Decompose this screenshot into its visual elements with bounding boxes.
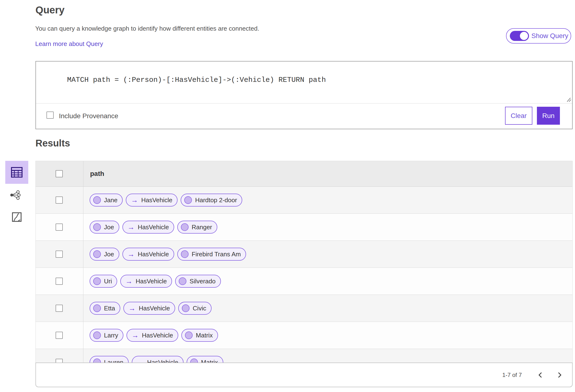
learn-more-link[interactable]: Learn more about Query <box>35 40 103 48</box>
relationship-pill: →HasVehicle <box>126 194 178 207</box>
relationship-pill: →HasVehicle <box>123 302 175 315</box>
entity-pill: Firebird Trans Am <box>177 248 246 261</box>
pill-label: Joe <box>104 223 114 231</box>
entity-node-icon <box>184 196 192 204</box>
path-cell: Etta→HasVehicleCivic <box>83 295 572 322</box>
select-all-cell <box>36 161 83 186</box>
row-checkbox[interactable] <box>56 223 63 231</box>
previous-page-button[interactable] <box>535 370 545 380</box>
row-checkbox[interactable] <box>56 332 63 339</box>
entity-node-icon <box>93 305 101 312</box>
map-view-button[interactable] <box>11 211 23 223</box>
row-checkbox[interactable] <box>56 251 63 258</box>
link-chart-view-icon <box>10 190 21 200</box>
entity-pill: Silverado <box>175 275 221 288</box>
path-cell: Uri→HasVehicleSilverado <box>83 268 572 295</box>
relationship-pill: →HasVehicle <box>122 221 174 234</box>
query-text: MATCH path = (:Person)-[:HasVehicle]->(:… <box>67 76 326 84</box>
row-select-cell <box>36 241 83 268</box>
link-chart-view-button[interactable] <box>9 189 22 201</box>
show-query-toggle[interactable]: Show Query <box>506 28 571 44</box>
clear-button[interactable]: Clear <box>505 107 532 125</box>
row-checkbox[interactable] <box>56 278 63 285</box>
table-view-button[interactable] <box>5 161 28 184</box>
entity-pill: Matrix <box>181 329 218 342</box>
entity-node-icon <box>179 277 186 285</box>
results-pagination-bar: 1-7 of 7 <box>35 363 573 387</box>
entity-node-icon <box>93 277 101 285</box>
entity-pill: Lauren <box>90 356 129 363</box>
entity-pill: Civic <box>178 302 211 315</box>
table-row: Joe→HasVehicleFirebird Trans Am <box>36 241 572 268</box>
page-range-label: 1-7 of 7 <box>503 372 522 378</box>
row-select-cell <box>36 295 83 322</box>
path-cell: Larry→HasVehicleMatrix <box>83 322 572 349</box>
entity-pill: Hardtop 2-door <box>181 194 242 207</box>
entity-node-icon <box>182 305 190 312</box>
toggle-switch-icon <box>510 31 529 41</box>
path-column-header: path <box>90 170 104 177</box>
table-row: Jane→HasVehicleHardtop 2-door <box>36 187 572 214</box>
entity-node-icon <box>185 331 193 339</box>
table-view-icon <box>11 167 23 177</box>
query-actions-bar: Include Provenance Clear Run <box>36 104 572 128</box>
pill-label: Hardtop 2-door <box>195 196 237 204</box>
relationship-pill: →HasVehicle <box>120 275 172 288</box>
pill-label: Jane <box>104 196 117 204</box>
pill-label: HasVehicle <box>142 332 173 339</box>
pill-label: Larry <box>104 332 118 339</box>
pill-label: Silverado <box>190 278 216 285</box>
pill-label: Joe <box>104 251 114 258</box>
show-query-label: Show Query <box>531 32 568 40</box>
pill-label: HasVehicle <box>138 223 169 231</box>
page-description: You can query a knowledge graph to ident… <box>35 25 259 32</box>
map-view-icon <box>12 212 22 222</box>
table-row: Uri→HasVehicleSilverado <box>36 268 572 295</box>
entity-pill: Jane <box>90 194 123 207</box>
path-cell: Joe→HasVehicleRanger <box>83 214 572 240</box>
row-select-cell <box>36 322 83 349</box>
relationship-arrow-icon: → <box>126 223 135 231</box>
entity-pill: Joe <box>90 221 119 234</box>
page-title: Query <box>35 4 64 16</box>
next-page-button[interactable] <box>555 370 564 380</box>
run-button[interactable]: Run <box>537 107 560 125</box>
pill-label: HasVehicle <box>141 196 172 204</box>
select-all-checkbox[interactable] <box>56 170 63 177</box>
table-row: Etta→HasVehicleCivic <box>36 295 572 322</box>
row-select-cell <box>36 187 83 214</box>
toggle-knob <box>520 32 528 40</box>
relationship-arrow-icon: → <box>127 305 136 312</box>
include-provenance-checkbox[interactable] <box>47 111 54 119</box>
relationship-arrow-icon: → <box>130 332 139 339</box>
row-checkbox[interactable] <box>56 305 63 312</box>
resize-handle-icon[interactable] <box>566 97 571 102</box>
relationship-pill: →HasVehicle <box>122 248 174 261</box>
query-editor-box: MATCH path = (:Person)-[:HasVehicle]->(:… <box>35 61 573 129</box>
query-textarea[interactable]: MATCH path = (:Person)-[:HasVehicle]->(:… <box>36 62 572 104</box>
entity-node-icon <box>93 196 101 204</box>
row-select-cell <box>36 349 83 363</box>
entity-pill: Ranger <box>177 221 217 234</box>
path-cell: Lauren→HasVehicleMatrix <box>83 349 572 363</box>
entity-node-icon <box>93 250 101 258</box>
row-select-cell <box>36 214 83 240</box>
query-page: Query You can query a knowledge graph to… <box>0 0 575 392</box>
entity-pill: Uri <box>90 275 117 288</box>
relationship-pill: →HasVehicle <box>132 356 184 363</box>
path-cell: Joe→HasVehicleFirebird Trans Am <box>83 241 572 268</box>
relationship-arrow-icon: → <box>124 278 132 285</box>
pill-label: HasVehicle <box>139 305 170 312</box>
include-provenance-label: Include Provenance <box>59 112 118 120</box>
entity-node-icon <box>93 331 101 339</box>
relationship-arrow-icon: → <box>129 196 138 204</box>
results-table-body: Jane→HasVehicleHardtop 2-doorJoe→HasVehi… <box>36 187 572 363</box>
row-checkbox[interactable] <box>56 196 63 204</box>
pill-label: Civic <box>193 305 206 312</box>
pill-label: Matrix <box>196 332 213 339</box>
entity-pill: Etta <box>90 302 120 315</box>
pill-label: HasVehicle <box>136 278 167 285</box>
entity-pill: Matrix <box>187 356 223 363</box>
entity-pill: Larry <box>90 329 123 342</box>
chevron-left-icon <box>538 372 543 378</box>
